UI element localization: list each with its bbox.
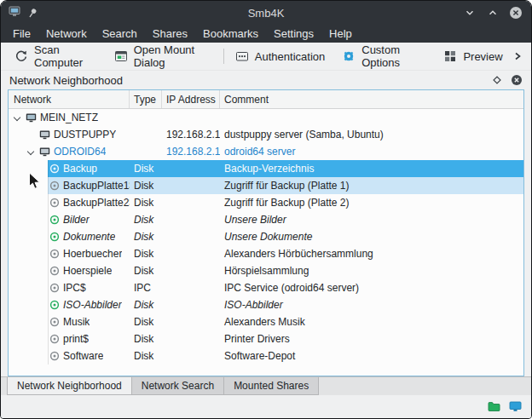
close-icon bbox=[509, 6, 523, 20]
mount-dialog-icon bbox=[114, 49, 128, 63]
tab-mounted-shares[interactable]: Mounted Shares bbox=[224, 377, 319, 395]
row-label: MEIN_NETZ bbox=[40, 112, 98, 123]
table-row[interactable]: DUSTPUPPY 192.168.2.105 dustpuppy server… bbox=[9, 126, 523, 143]
share-icon bbox=[49, 351, 60, 362]
row-comment: Zugriff für Backup (Platte 1) bbox=[220, 180, 523, 192]
maximize-icon bbox=[488, 8, 498, 18]
table-row[interactable]: Bilder Disk Unsere Bilder bbox=[9, 211, 523, 228]
authentication-icon bbox=[235, 49, 249, 63]
panel-close-icon bbox=[511, 74, 523, 86]
tab-network-neighborhood[interactable]: Network Neighborhood bbox=[7, 377, 132, 395]
smb4k-window: Smb4K File Network Search Shares Bookmar… bbox=[0, 0, 532, 419]
menu-shares[interactable]: Shares bbox=[145, 25, 195, 43]
minimize-button[interactable] bbox=[463, 6, 477, 20]
row-comment: Hörspielsammlung bbox=[220, 265, 523, 277]
table-row[interactable]: ISO-Abbilder Disk ISO-Abbilder bbox=[9, 296, 523, 313]
table-row[interactable]: Software Disk Software-Depot bbox=[9, 347, 523, 364]
row-comment: Software-Depot bbox=[220, 350, 523, 362]
row-label: BackupPlatte1$ bbox=[63, 180, 130, 192]
maximize-button[interactable] bbox=[486, 6, 500, 20]
share-icon bbox=[49, 266, 60, 277]
row-label: Dokumente bbox=[63, 231, 115, 243]
host-icon bbox=[39, 129, 50, 141]
row-comment: Unsere Bilder bbox=[220, 214, 523, 226]
table-row[interactable]: Backup Disk Backup-Verzeichnis bbox=[9, 160, 523, 177]
menu-file[interactable]: File bbox=[5, 25, 38, 43]
row-label: Software bbox=[63, 350, 103, 362]
overflow-chevron-icon bbox=[513, 51, 522, 61]
row-label: Hoerspiele bbox=[63, 265, 112, 277]
app-icon bbox=[9, 5, 20, 20]
row-label: ODROID64 bbox=[54, 146, 106, 158]
table-row[interactable]: print$ Disk Printer Drivers bbox=[9, 330, 523, 347]
row-label: Bilder bbox=[63, 214, 90, 226]
authentication-button[interactable]: Authentication bbox=[227, 45, 333, 68]
table-row[interactable]: ODROID64 192.168.2.102 odroid64 server bbox=[9, 143, 523, 160]
custom-options-button[interactable]: Custom Options bbox=[333, 45, 435, 68]
table-row[interactable]: BackupPlatte2$ Disk Zugriff für Backup (… bbox=[9, 194, 523, 211]
table-row[interactable]: Dokumente Disk Unsere Dokumente bbox=[9, 228, 523, 245]
menu-network[interactable]: Network bbox=[38, 25, 95, 43]
menu-help[interactable]: Help bbox=[321, 25, 360, 43]
scan-computer-button[interactable]: Scan Computer bbox=[6, 45, 106, 68]
menu-bookmarks[interactable]: Bookmarks bbox=[195, 25, 266, 43]
open-mount-dialog-label: Open Mount Dialog bbox=[134, 43, 212, 69]
row-type: Disk bbox=[130, 299, 162, 311]
toolbar-separator bbox=[223, 49, 224, 64]
share-icon bbox=[49, 181, 60, 192]
float-panel-button[interactable] bbox=[491, 74, 503, 86]
preview-button[interactable]: Preview bbox=[435, 45, 511, 68]
row-type: Disk bbox=[130, 333, 162, 345]
expander-icon[interactable] bbox=[26, 146, 36, 157]
share-mounted-icon bbox=[49, 232, 60, 243]
close-button[interactable] bbox=[509, 6, 523, 20]
title-bar[interactable]: Smb4K bbox=[1, 1, 531, 25]
expander-icon[interactable] bbox=[12, 112, 22, 123]
table-header: Network Type IP Address Comment bbox=[9, 90, 523, 109]
row-label: Musik bbox=[63, 316, 90, 328]
column-header-comment[interactable]: Comment bbox=[220, 90, 523, 108]
row-comment: odroid64 server bbox=[220, 146, 523, 158]
row-type: Disk bbox=[130, 316, 162, 328]
column-header-ip[interactable]: IP Address bbox=[162, 90, 220, 108]
menu-search[interactable]: Search bbox=[95, 25, 145, 43]
tab-network-search[interactable]: Network Search bbox=[132, 377, 224, 395]
preview-label: Preview bbox=[463, 50, 502, 63]
status-bar bbox=[1, 395, 531, 418]
panel-title: Network Neighborhood bbox=[9, 74, 123, 87]
share-icon bbox=[49, 317, 60, 328]
row-ip: 192.168.2.102 bbox=[162, 146, 220, 158]
toolbar-overflow-button[interactable] bbox=[512, 49, 524, 64]
host-icon bbox=[39, 146, 50, 158]
table-row[interactable]: IPC$ IPC IPC Service (odroid64 server) bbox=[9, 279, 523, 296]
column-header-network[interactable]: Network bbox=[9, 90, 130, 108]
mounted-folder-icon[interactable] bbox=[487, 401, 500, 413]
row-comment: Backup-Verzeichnis bbox=[220, 163, 523, 175]
network-monitor-icon[interactable] bbox=[508, 401, 522, 413]
open-mount-dialog-button[interactable]: Open Mount Dialog bbox=[106, 45, 221, 68]
row-ip: 192.168.2.105 bbox=[162, 129, 220, 141]
close-panel-button[interactable] bbox=[511, 74, 523, 86]
menu-settings[interactable]: Settings bbox=[266, 25, 321, 43]
row-type: Disk bbox=[130, 265, 162, 277]
row-type: Disk bbox=[130, 163, 162, 175]
row-type: Disk bbox=[130, 214, 162, 226]
float-icon bbox=[492, 75, 502, 85]
row-label: DUSTPUPPY bbox=[54, 129, 116, 141]
row-comment: IPC Service (odroid64 server) bbox=[220, 282, 523, 294]
table-row[interactable]: Musik Disk Alexanders Musik bbox=[9, 313, 523, 330]
network-tree-view: Network Type IP Address Comment MEIN_NET… bbox=[8, 89, 524, 376]
workgroup-icon bbox=[26, 112, 37, 123]
row-comment: Unsere Dokumente bbox=[220, 231, 523, 243]
row-type: Disk bbox=[130, 248, 162, 260]
row-label: print$ bbox=[63, 333, 89, 345]
share-icon bbox=[49, 198, 60, 209]
tab-bar: Network Neighborhood Network Search Moun… bbox=[1, 376, 531, 395]
table-row[interactable]: Hoerspiele Disk Hörspielsammlung bbox=[9, 262, 523, 279]
custom-options-icon bbox=[342, 49, 356, 63]
column-header-type[interactable]: Type bbox=[130, 90, 162, 108]
table-row[interactable]: BackupPlatte1$ Disk Zugriff für Backup (… bbox=[9, 177, 523, 194]
table-row[interactable]: MEIN_NETZ bbox=[9, 109, 523, 126]
row-label: ISO-Abbilder bbox=[63, 299, 122, 311]
table-row[interactable]: Hoerbuecher Disk Alexanders Hörbüchersam… bbox=[9, 245, 523, 262]
